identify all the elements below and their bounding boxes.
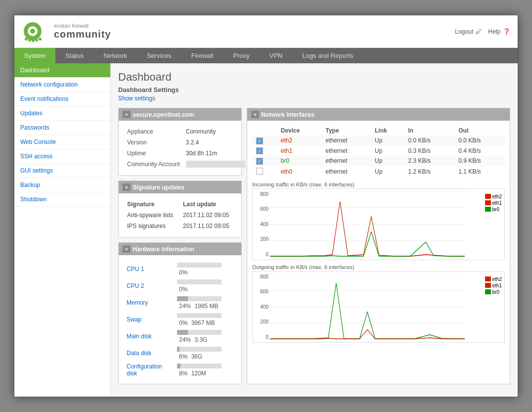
sig-row: IPS signatures2017.11.02 09:05 bbox=[125, 221, 235, 231]
openitnet-expand-icon[interactable]: » bbox=[123, 111, 131, 118]
nav-system[interactable]: System bbox=[14, 48, 55, 63]
appliance-label: Appliance bbox=[125, 127, 182, 137]
sidebar-item-backup[interactable]: Backup bbox=[14, 178, 110, 192]
net-in: 1.2 KB/s bbox=[404, 166, 454, 178]
hw-label: Swap bbox=[125, 312, 174, 327]
nav-proxy[interactable]: Proxy bbox=[223, 48, 260, 63]
hardware-panel-body: CPU 1 0% CPU 2 0% Memory bbox=[119, 255, 241, 384]
sig-header-row: Signature Last update bbox=[125, 199, 235, 209]
show-settings-link[interactable]: Show settings bbox=[118, 95, 155, 102]
network-interfaces-body: Device Type Link In Out ✓ eth2 ethernet … bbox=[247, 121, 510, 352]
net-row: ✓ br0 ethernet Up 2.3 KB/s 0.9 KB/s bbox=[252, 156, 505, 166]
hw-pct: 24% bbox=[177, 336, 193, 343]
nav-services[interactable]: Services bbox=[137, 48, 181, 63]
nav-vpn[interactable]: VPN bbox=[260, 48, 293, 63]
net-link: Up bbox=[371, 156, 404, 166]
network-interfaces-header: » Network Interfaces bbox=[247, 108, 510, 121]
header-links: Logout 🖊 Help ❓ bbox=[455, 28, 510, 35]
sidebar-item-network-config[interactable]: Network configuration bbox=[14, 78, 110, 92]
hw-label: Data disk bbox=[125, 345, 174, 361]
sig-date: 2017.11.02 09:05 bbox=[180, 221, 235, 231]
net-checkbox[interactable]: ✓ bbox=[256, 158, 263, 165]
signature-panel: » Signature updates Signature Last updat… bbox=[118, 181, 242, 237]
legend-br0: br0 bbox=[485, 207, 502, 212]
hw-bar-cell: 0% bbox=[175, 278, 235, 294]
logout-icon: 🖊 bbox=[476, 28, 482, 35]
sidebar-item-passwords[interactable]: Passwords bbox=[14, 121, 110, 135]
sidebar-item-web-console[interactable]: Web Console bbox=[14, 135, 110, 149]
sidebar-item-gui-settings[interactable]: GUI settings bbox=[14, 164, 110, 178]
logo-text2: community bbox=[54, 29, 111, 40]
hw-progress-bar bbox=[177, 330, 188, 335]
hw-pct: 0% bbox=[177, 269, 189, 276]
out-legend-br0: br0 bbox=[485, 289, 502, 295]
hw-progress-container bbox=[177, 279, 222, 284]
header: endian firewall community Logout 🖊 Help … bbox=[14, 15, 518, 48]
sig-date: 2017.11.02 09:05 bbox=[180, 210, 235, 220]
hw-row: Swap 0% 3967 MB bbox=[125, 312, 235, 327]
net-col-check bbox=[252, 126, 277, 136]
hw-row: Data disk 6% 36G bbox=[125, 345, 235, 361]
hardware-table: CPU 1 0% CPU 2 0% Memory bbox=[124, 260, 236, 379]
legend-br0-label: br0 bbox=[492, 207, 499, 212]
signature-expand-icon[interactable]: » bbox=[123, 183, 131, 191]
hw-bar-cell: 6% 36G bbox=[175, 345, 235, 361]
legend-eth1-label: eth1 bbox=[492, 200, 502, 206]
sidebar-item-shutdown[interactable]: Shutdown bbox=[14, 192, 110, 207]
outgoing-chart-svg bbox=[270, 274, 465, 340]
logout-link[interactable]: Logout bbox=[455, 28, 473, 35]
version-value: 3.2.4 bbox=[183, 137, 248, 147]
sig-col-signature: Signature bbox=[125, 199, 179, 209]
net-check-cell: ✓ bbox=[252, 156, 277, 166]
network-interfaces-panel: » Network Interfaces Device Type Link bbox=[247, 108, 510, 384]
legend-eth2-color bbox=[485, 194, 491, 199]
hw-label: Configuration disk bbox=[125, 362, 174, 378]
svg-point-6 bbox=[35, 39, 38, 42]
hw-progress-container bbox=[177, 347, 222, 352]
community-account-blurred bbox=[186, 161, 245, 168]
net-checkbox[interactable] bbox=[256, 168, 263, 175]
svg-point-4 bbox=[28, 39, 31, 42]
hw-label: Memory bbox=[125, 295, 174, 311]
sig-row: Anti-spyware lists2017.11.02 09:05 bbox=[125, 210, 235, 220]
community-label: Community Account bbox=[125, 159, 182, 169]
hw-row: CPU 1 0% bbox=[125, 261, 235, 277]
net-header-row: Device Type Link In Out bbox=[252, 126, 505, 136]
hw-progress-bar bbox=[177, 347, 179, 352]
sidebar-item-event-notifications[interactable]: Event notifications bbox=[14, 92, 110, 106]
outgoing-y-axis: 800 600 400 200 0 bbox=[253, 274, 270, 340]
sidebar-item-ssh[interactable]: SSH access bbox=[14, 149, 110, 164]
network-interfaces-title: Network Interfaces bbox=[262, 111, 314, 118]
hw-bar-cell: 8% 120M bbox=[175, 362, 235, 378]
net-checkbox[interactable]: ✓ bbox=[256, 137, 263, 144]
network-interfaces-expand-icon[interactable]: » bbox=[251, 111, 259, 118]
content-area: Dashboard Network configuration Event no… bbox=[14, 63, 518, 397]
uptime-value: 30d 8h 11m bbox=[183, 148, 248, 158]
hardware-expand-icon[interactable]: » bbox=[123, 245, 131, 253]
help-icon: ❓ bbox=[503, 28, 510, 35]
hw-bar-cell: 0% 3967 MB bbox=[175, 312, 235, 327]
nav-status[interactable]: Status bbox=[55, 48, 93, 63]
sidebar: Dashboard Network configuration Event no… bbox=[14, 63, 111, 397]
net-out: 0.4 KB/s bbox=[454, 146, 505, 156]
sidebar-item-dashboard[interactable]: Dashboard bbox=[14, 63, 110, 78]
hw-pct: 6% bbox=[177, 353, 189, 360]
net-device: eth1 bbox=[277, 146, 322, 156]
signature-panel-body: Signature Last update Anti-spyware lists… bbox=[119, 193, 241, 237]
legend-eth1-color bbox=[485, 200, 491, 205]
uptime-label: Uptime bbox=[125, 148, 182, 158]
nav-logs[interactable]: Logs and Reports bbox=[293, 48, 363, 63]
incoming-chart: 800 600 400 200 0 bbox=[252, 188, 505, 260]
logo: endian firewall community bbox=[22, 20, 111, 43]
incoming-chart-legend: eth2 eth1 br0 bbox=[485, 194, 502, 213]
top-panels: » secure.openitnet.com Appliance Communi… bbox=[118, 108, 510, 384]
help-link[interactable]: Help bbox=[488, 28, 500, 35]
net-checkbox[interactable]: ✓ bbox=[256, 147, 263, 154]
nav-firewall[interactable]: Firewall bbox=[181, 48, 223, 63]
incoming-chart-svg bbox=[270, 191, 465, 257]
sidebar-item-updates[interactable]: Updates bbox=[14, 106, 110, 121]
net-type: ethernet bbox=[321, 146, 371, 156]
net-check-cell bbox=[252, 166, 277, 178]
nav-network[interactable]: Network bbox=[93, 48, 137, 63]
net-in: 0.3 KB/s bbox=[404, 146, 454, 156]
